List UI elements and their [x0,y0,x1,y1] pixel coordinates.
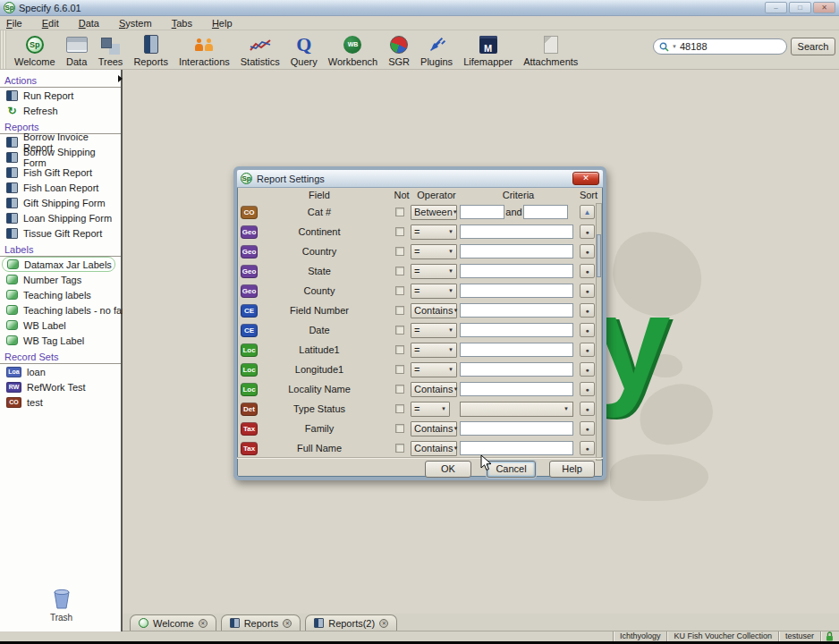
toolbar-workbench[interactable]: WB Workbench [323,32,383,67]
sort-button[interactable]: ● [580,402,595,416]
tab-close-icon[interactable]: ✕ [199,619,208,628]
sidebar-item-tissue-gift-report[interactable]: Tissue Gift Report [0,225,121,241]
not-checkbox[interactable] [395,385,404,394]
menu-edit[interactable]: Edit [42,18,59,29]
operator-dropdown[interactable]: = ▼ [411,264,457,279]
cancel-button[interactable]: Cancel [487,461,536,478]
express-search-box[interactable]: ▼ [653,38,787,55]
sort-button[interactable]: ● [580,225,595,239]
scrollbar-thumb[interactable] [597,234,601,277]
sort-button[interactable]: ● [580,441,595,455]
sort-button[interactable]: ● [580,382,595,396]
criteria-input[interactable] [460,382,573,396]
not-checkbox[interactable] [395,365,404,374]
sort-button[interactable]: ● [580,244,595,258]
criteria-input[interactable] [460,441,573,455]
toolbar-statistics[interactable]: Statistics [235,32,285,67]
tab-reports[interactable]: Reports ✕ [221,614,301,631]
menu-system[interactable]: System [119,18,152,29]
not-checkbox[interactable] [395,227,404,236]
menu-help[interactable]: Help [212,18,233,29]
not-checkbox[interactable] [395,424,404,433]
sidebar-item-gift-shipping-form[interactable]: Gift Shipping Form [0,195,121,210]
operator-dropdown[interactable]: Between ▼ [411,205,457,220]
search-input[interactable] [680,41,769,52]
dialog-scrollbar[interactable] [596,203,602,461]
dialog-close-button[interactable]: ✕ [572,172,599,185]
sort-button[interactable]: ● [580,264,595,278]
toolbar-trees[interactable]: Trees [93,32,129,67]
operator-dropdown[interactable]: = ▼ [411,402,450,417]
sort-button[interactable]: ● [580,323,595,337]
operator-dropdown[interactable]: = ▼ [411,323,457,338]
not-checkbox[interactable] [395,247,404,256]
operator-dropdown[interactable]: = ▼ [411,343,457,358]
sidebar-item-teaching-labels-no-family[interactable]: Teaching labels - no family [0,302,121,318]
sidebar-item-loan-shipping-form[interactable]: Loan Shipping Form [0,210,121,225]
search-options-arrow-icon[interactable]: ▼ [672,44,677,49]
maximize-button[interactable]: □ [789,2,811,13]
not-checkbox[interactable] [395,306,404,315]
sort-button[interactable]: ● [580,421,595,436]
menu-tabs[interactable]: Tabs [172,18,192,29]
criteria-input[interactable] [460,343,573,357]
criteria-input[interactable] [460,264,573,278]
sort-button[interactable]: ▲ [580,205,595,219]
not-checkbox[interactable] [395,267,404,275]
sidebar-item-wb-tag-label[interactable]: WB Tag Label [0,333,121,348]
help-button[interactable]: Help [549,461,595,478]
toolbar-attachments[interactable]: Attachments [518,32,583,67]
not-checkbox[interactable] [395,286,404,295]
criteria-input[interactable] [460,284,573,298]
ok-button[interactable]: OK [425,461,471,478]
criteria-input-to[interactable] [523,205,568,219]
operator-dropdown[interactable]: = ▼ [411,244,457,259]
sidebar-item-wb-label[interactable]: WB Label [0,318,121,333]
criteria-input[interactable] [460,303,573,318]
criteria-input[interactable] [460,421,573,436]
sort-button[interactable]: ● [580,284,595,298]
toolbar-interactions[interactable]: Interactions [174,32,235,67]
not-checkbox[interactable] [395,326,404,335]
criteria-input[interactable] [460,225,573,239]
not-checkbox[interactable] [395,208,404,216]
tab-welcome[interactable]: Welcome ✕ [130,614,216,631]
toolbar-plugins[interactable]: Plugins [415,32,458,67]
sidebar-item-number-tags[interactable]: Number Tags [0,272,121,287]
not-checkbox[interactable] [395,444,404,453]
sidebar-item-refresh[interactable]: ↻ Refresh [0,103,121,118]
sidebar-item-datamax-jar-labels[interactable]: Datamax Jar Labels [2,257,115,272]
trash-dropzone[interactable]: Trash [0,587,123,623]
tab-reports-2[interactable]: Reports(2) ✕ [305,614,397,631]
sidebar-item-fish-loan-report[interactable]: Fish Loan Report [0,180,121,195]
sort-button[interactable]: ● [580,362,595,377]
toolbar-welcome[interactable]: Sp Welcome [9,32,61,67]
operator-dropdown[interactable]: = ▼ [411,225,457,240]
not-checkbox[interactable] [395,404,404,413]
minimize-button[interactable]: – [765,2,787,13]
not-checkbox[interactable] [395,345,404,354]
sidebar-item-refwork-test-recordset[interactable]: RW RefWork Test [0,379,121,394]
toolbar-reports[interactable]: Reports [128,32,174,67]
operator-dropdown[interactable]: = ▼ [411,362,457,377]
search-button[interactable]: Search [791,38,835,55]
criteria-input[interactable] [460,362,573,377]
toolbar-sgr[interactable]: SGR [383,32,415,67]
criteria-input-from[interactable] [460,205,504,219]
criteria-input[interactable] [460,323,573,337]
sort-button[interactable]: ● [580,303,595,318]
operator-dropdown[interactable]: Contains ▼ [411,303,457,318]
criteria-input[interactable] [460,244,573,258]
sidebar-item-teaching-labels[interactable]: Teaching labels [0,287,121,302]
dialog-titlebar[interactable]: Sp Report Settings ✕ [237,170,603,188]
tab-close-icon[interactable]: ✕ [283,619,292,628]
operator-dropdown[interactable]: Contains ▼ [411,382,457,397]
sort-button[interactable]: ● [580,343,595,357]
sidebar-item-run-report[interactable]: Run Report [0,88,121,103]
toolbar-query[interactable]: Q Query [285,32,323,67]
tab-close-icon[interactable]: ✕ [379,619,388,628]
criteria-dropdown[interactable]: ▼ [460,402,573,417]
operator-dropdown[interactable]: = ▼ [411,284,457,299]
operator-dropdown[interactable]: Contains ▼ [411,441,457,456]
sidebar-item-test-recordset[interactable]: CO test [0,394,121,410]
